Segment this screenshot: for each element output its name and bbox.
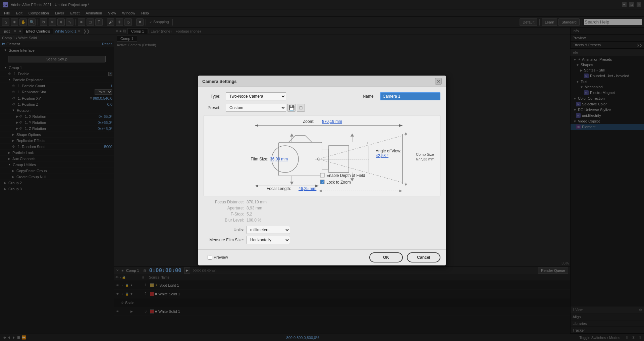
units-label: Units:: [204, 228, 244, 232]
dialog-titlebar: Camera Settings ✕: [198, 76, 446, 87]
zoom-value-text: 870,19 mm: [322, 119, 342, 124]
type-label: Type:: [204, 94, 220, 99]
svg-text:Lock to Zoom: Lock to Zoom: [326, 180, 351, 185]
svg-text:Enable Depth of Field: Enable Depth of Field: [326, 173, 365, 178]
svg-line-22: [319, 136, 402, 159]
dialog-title: Camera Settings: [202, 79, 237, 84]
dof-section: Focus Distance: 870,19 mm Aperture: 8,93…: [210, 200, 440, 223]
svg-marker-16: [255, 124, 258, 127]
preset-dropdown[interactable]: Custom: [226, 104, 286, 112]
cancel-button[interactable]: Cancel: [407, 252, 440, 262]
preset-row: Preset: Custom 💾 □: [204, 104, 440, 112]
svg-text:42,53 °: 42,53 °: [376, 153, 388, 158]
svg-marker-12: [290, 134, 293, 136]
dialog-overlay: Camera Settings ✕ Type: Two-Node Camera …: [0, 0, 644, 341]
fstop-row: F-Stop: 5,2: [210, 212, 440, 216]
svg-text:✓: ✓: [322, 180, 325, 184]
aperture-row: Aperture: 8,93 mm: [210, 206, 440, 210]
svg-marker-34: [255, 185, 258, 187]
preset-save-button[interactable]: 💾: [287, 104, 296, 112]
preset-delete-button[interactable]: □: [297, 104, 305, 112]
dialog-footer: OK Cancel: [369, 252, 440, 262]
svg-marker-9: [351, 179, 354, 181]
preview-label: Preview: [214, 255, 228, 260]
camera-svg: Zoom: 870,19 mm Film Size: 36,00 mm: [208, 115, 436, 196]
preview-check-row: Preview: [204, 254, 232, 261]
svg-line-23: [319, 159, 402, 183]
svg-marker-28: [405, 184, 407, 186]
units-measure-row: Units: millimeters Measure Film Size: Ho…: [204, 226, 440, 244]
svg-text:46,25 mm: 46,25 mm: [299, 186, 316, 191]
camera-settings-dialog: Camera Settings ✕ Type: Two-Node Camera …: [198, 76, 446, 265]
blur-level-value: 100,0 %: [247, 218, 261, 223]
svg-marker-17: [399, 124, 402, 127]
dialog-close-button[interactable]: ✕: [435, 78, 442, 85]
blur-level-row: Blur Level: 100,0 %: [210, 218, 440, 223]
svg-marker-14: [290, 182, 293, 184]
svg-marker-26: [405, 132, 407, 135]
units-col: Units: millimeters Measure Film Size: Ho…: [204, 226, 290, 244]
dialog-footer-area: Preview OK Cancel: [198, 249, 446, 265]
focus-distance-row: Focus Distance: 870,19 mm: [210, 200, 440, 204]
camera-type-dropdown[interactable]: Two-Node Camera: [226, 92, 286, 100]
name-label: Name:: [358, 94, 375, 99]
preset-label: Preset:: [204, 105, 220, 110]
focus-distance-value: 870,19 mm: [247, 200, 267, 204]
dialog-body: Type: Two-Node Camera Name: Preset: Cust…: [198, 87, 446, 249]
focus-distance-label: Focus Distance:: [210, 200, 244, 204]
units-dropdown[interactable]: millimeters: [247, 226, 290, 234]
preview-checkbox[interactable]: [208, 255, 212, 260]
aperture-label: Aperture:: [210, 206, 244, 210]
svg-text:Angle of View:: Angle of View:: [376, 149, 401, 153]
ok-button[interactable]: OK: [369, 252, 403, 262]
svg-text:Focal Length:: Focal Length:: [267, 186, 291, 191]
svg-text:Comp Size: Comp Size: [416, 152, 434, 156]
camera-diagram: Zoom: 870,19 mm Film Size: 36,00 mm: [204, 115, 440, 196]
units-row: Units: millimeters: [204, 226, 290, 234]
aperture-value: 8,93 mm: [247, 206, 262, 210]
blur-level-label: Blur Level:: [210, 218, 244, 223]
svg-marker-39: [319, 190, 322, 192]
svg-text:36,00 mm: 36,00 mm: [270, 157, 288, 161]
preset-controls: Custom 💾 □: [226, 104, 305, 112]
svg-text:677,33 mm: 677,33 mm: [416, 157, 434, 161]
svg-text:Zoom:: Zoom:: [303, 119, 314, 124]
type-name-row: Type: Two-Node Camera Name:: [204, 92, 440, 100]
measure-film-dropdown[interactable]: Horizontally: [247, 236, 290, 244]
fstop-value: 5,2: [247, 212, 252, 216]
fstop-label: F-Stop:: [210, 212, 244, 216]
svg-text:Film Size:: Film Size:: [251, 157, 268, 161]
camera-name-input[interactable]: [380, 92, 440, 100]
svg-marker-40: [399, 190, 402, 192]
measure-film-label: Measure Film Size:: [204, 238, 244, 242]
svg-rect-41: [320, 173, 324, 177]
measure-film-row: Measure Film Size: Horizontally: [204, 236, 290, 244]
svg-marker-7: [351, 134, 354, 136]
